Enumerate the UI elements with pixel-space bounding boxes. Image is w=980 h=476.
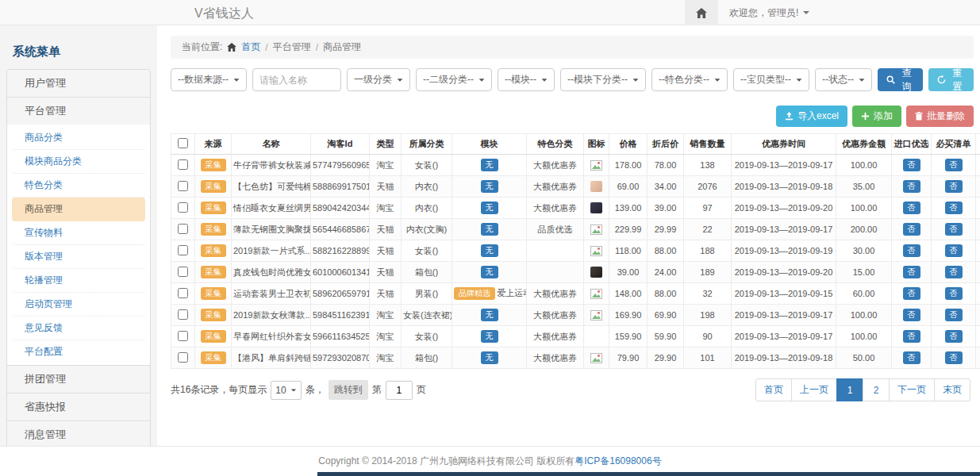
sidebar-item-1-2[interactable]: 特色分类 [12, 174, 145, 198]
feature-category: 大额优惠券 [527, 155, 584, 176]
module-sub-category-select[interactable]: --模块下分类-- [560, 68, 646, 91]
jump-button[interactable]: 跳转到 [329, 380, 368, 400]
column-header-13: 优惠券金额 [836, 134, 892, 155]
status-badge[interactable]: 上架 [976, 176, 980, 198]
query-button[interactable]: 查询 [878, 68, 923, 91]
page-button-2[interactable]: 2 [863, 378, 890, 401]
sidebar-item-1-1[interactable]: 模块商品分类 [12, 150, 145, 174]
status-badge[interactable]: 上架 [976, 326, 980, 347]
shop-type: 天猫 [370, 176, 402, 198]
must-buy-badge[interactable]: 否 [932, 305, 976, 326]
must-buy-badge[interactable]: 否 [932, 219, 976, 240]
must-buy-badge[interactable]: 否 [932, 198, 976, 219]
must-buy-badge[interactable]: 否 [932, 155, 976, 176]
import-excel-button[interactable]: 导入excel [776, 106, 847, 127]
icp-link[interactable]: 粤ICP备16098006号 [575, 455, 661, 468]
level1-category-select[interactable]: 一级分类 [347, 68, 410, 91]
page-button-上一页[interactable]: 上一页 [791, 378, 837, 401]
breadcrumb-home-link[interactable]: 首页 [241, 40, 260, 54]
status-badge[interactable]: 上架 [976, 198, 980, 219]
status-badge[interactable]: 上架 [976, 219, 980, 240]
status-badge[interactable]: 上架 [976, 262, 980, 283]
must-buy-badge[interactable]: 否 [932, 176, 976, 198]
item-type-select[interactable]: --宝贝类型-- [733, 68, 809, 91]
page-button-末页[interactable]: 末页 [934, 378, 970, 401]
page-button-首页[interactable]: 首页 [755, 378, 792, 401]
row-checkbox[interactable] [178, 288, 188, 298]
must-buy-badge[interactable]: 否 [932, 240, 976, 262]
feature-category: 大额优惠券 [527, 198, 584, 219]
sidebar-item-1-6[interactable]: 轮播管理 [12, 269, 145, 293]
must-buy-badge[interactable]: 否 [932, 326, 976, 347]
row-checkbox[interactable] [178, 224, 188, 234]
level2-category-select[interactable]: --二级分类-- [416, 68, 492, 91]
page-button-下一页[interactable]: 下一页 [889, 378, 935, 401]
row-checkbox[interactable] [178, 309, 188, 320]
import-select-badge[interactable]: 否 [892, 198, 932, 219]
import-select-badge[interactable]: 否 [892, 240, 932, 262]
reset-button[interactable]: 重置 [928, 68, 974, 91]
category: 内衣(文胸) [402, 219, 452, 240]
status-badge[interactable]: 上架 [976, 347, 980, 369]
source-badge: 采集 [195, 326, 232, 347]
add-button[interactable]: 添加 [852, 106, 901, 127]
import-select-badge[interactable]: 否 [892, 326, 932, 347]
source-badge: 采集 [195, 347, 232, 369]
broken-image-icon [584, 283, 609, 305]
data-source-select[interactable]: --数据来源-- [171, 68, 247, 91]
module-cell: 无 [452, 305, 527, 326]
discount-price: 69.90 [648, 305, 684, 326]
must-buy-badge[interactable]: 否 [932, 347, 976, 369]
select-all-checkbox[interactable] [178, 138, 188, 148]
sidebar-item-1-9[interactable]: 平台配置 [12, 340, 145, 363]
import-select-badge[interactable]: 否 [892, 305, 932, 326]
status-badge[interactable]: 上架 [976, 240, 980, 262]
row-checkbox[interactable] [178, 331, 188, 341]
sidebar-item-1-3[interactable]: 商品管理 [12, 198, 145, 221]
status-badge[interactable]: 上架 [976, 283, 980, 305]
batch-delete-button[interactable]: 批量删除 [906, 106, 974, 127]
row-checkbox[interactable] [178, 267, 188, 277]
sidebar-item-1-8[interactable]: 意见反馈 [12, 317, 145, 340]
coupon-amount: 100.00 [836, 155, 892, 176]
module-select[interactable]: --模块-- [498, 68, 555, 91]
name-input[interactable] [252, 68, 341, 91]
user-menu[interactable]: 欢迎您，管理员! [718, 0, 980, 25]
import-select-badge[interactable]: 否 [892, 262, 932, 283]
row-checkbox[interactable] [178, 181, 188, 191]
sidebar-group-1[interactable]: 平台管理 [6, 97, 151, 125]
sidebar-group-0[interactable]: 用户管理 [6, 69, 151, 98]
column-header-12: 优惠券时间 [732, 134, 836, 155]
page-button-1[interactable]: 1 [836, 378, 863, 401]
import-select-badge[interactable]: 否 [892, 176, 932, 198]
price: 118.00 [609, 240, 648, 262]
product-name: 早春网红针织外套女春... [232, 326, 311, 347]
sidebar-group-2[interactable]: 拼团管理 [6, 365, 151, 393]
import-select-badge[interactable]: 否 [892, 283, 932, 305]
row-checkbox[interactable] [178, 159, 188, 170]
per-page-select[interactable]: 10 [271, 381, 301, 400]
import-select-badge[interactable]: 否 [892, 219, 932, 240]
home-button[interactable] [685, 0, 718, 25]
status-select[interactable]: --状态-- [815, 68, 872, 91]
import-select-badge[interactable]: 否 [892, 155, 932, 176]
sidebar-item-1-5[interactable]: 版本管理 [12, 245, 145, 269]
status-badge[interactable]: 上架 [976, 305, 980, 326]
feature-category-select[interactable]: --特色分类-- [651, 68, 728, 91]
must-buy-badge[interactable]: 否 [932, 283, 976, 305]
sidebar-item-1-7[interactable]: 启动页管理 [12, 293, 145, 317]
row-checkbox[interactable] [178, 245, 188, 255]
column-header-4: 类型 [370, 134, 402, 155]
row-checkbox[interactable] [178, 352, 188, 363]
row-checkbox[interactable] [178, 202, 188, 213]
sidebar-item-1-4[interactable]: 宣传物料 [12, 221, 145, 245]
sidebar-group-4[interactable]: 消息管理 [6, 420, 151, 449]
sales-count: 2076 [684, 176, 732, 198]
filter-bar: --数据来源--一级分类--二级分类----模块----模块下分类----特色分… [171, 68, 974, 91]
status-badge[interactable]: 上架 [976, 155, 980, 176]
jump-page-input[interactable] [386, 381, 413, 400]
sidebar-group-3[interactable]: 省惠快报 [6, 393, 151, 421]
import-select-badge[interactable]: 否 [892, 347, 932, 369]
must-buy-badge[interactable]: 否 [932, 262, 976, 283]
sidebar-item-1-0[interactable]: 商品分类 [12, 126, 145, 150]
